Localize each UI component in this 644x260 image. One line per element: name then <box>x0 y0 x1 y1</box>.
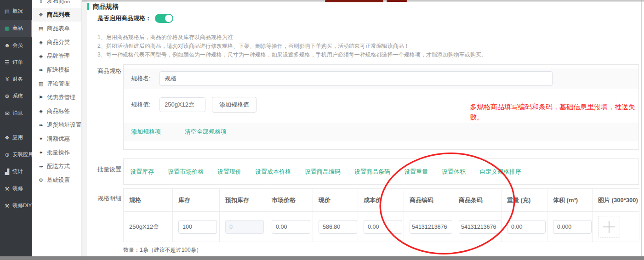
submenu-item-label: 商品标签 <box>47 107 70 115</box>
enable-spec-toggle[interactable] <box>155 14 173 23</box>
submenu-item-label: 商品表单 <box>47 25 70 33</box>
window-bottom-edge <box>0 256 644 260</box>
product-code-input[interactable] <box>410 220 452 234</box>
submenu-item-goods-list[interactable]: ❖ 商品列表 <box>32 8 81 22</box>
sidebar-item-install-apps[interactable]: ⊕ 安装应用 <box>0 146 32 163</box>
submenu-item-icon: ◈ <box>37 53 45 59</box>
submenu-item-label: 基础设置 <box>47 176 70 184</box>
sidebar-item-system[interactable]: ⚙ 系统 <box>0 88 32 105</box>
spec-name-row: 规格名: <box>124 68 638 89</box>
product-barcode-input[interactable] <box>459 220 502 234</box>
price-input[interactable] <box>319 220 357 234</box>
column-header: 体积 (m³) <box>547 189 593 212</box>
sidebar-item-label: 会员 <box>12 42 23 49</box>
plus-icon <box>603 221 615 233</box>
spec-name-input[interactable] <box>160 71 553 86</box>
volume-input[interactable] <box>553 220 592 234</box>
submenu-item-comment-manage[interactable]: ▥ 评论管理 <box>32 77 81 90</box>
submenu-item-publish-goods[interactable]: ⇧ 发布商品 <box>32 0 81 8</box>
batch-setting-link[interactable]: 设置成本价格 <box>255 168 291 176</box>
sidebar-item-label: 消息 <box>12 110 23 117</box>
enable-spec-row: 是否启用商品规格： <box>97 14 173 23</box>
sidebar-item-messages[interactable]: ✉ 消息 <box>0 105 32 122</box>
submenu-item-label: 满额优惠 <box>47 135 70 143</box>
submenu-item-label: 评论管理 <box>47 80 70 88</box>
spec-cell-value: 250gX12盒 <box>129 223 159 230</box>
batch-section-label: 批量设置 <box>97 165 121 174</box>
sidebar-item-statistics[interactable]: ▟ 统计 <box>0 163 32 180</box>
submenu-item-icon: ⇧ <box>37 0 45 4</box>
submenu-item-goods-form[interactable]: ▤ 商品表单 <box>32 22 81 35</box>
sidebar-item-finance[interactable]: ¥ 财务 <box>0 71 32 88</box>
sidebar-item-decorate[interactable]: ⚒ 装修 <box>0 180 32 197</box>
spec-value-label: 规格值: <box>131 101 160 109</box>
sidebar-item-icon: ▦ <box>4 25 11 32</box>
submenu-item-basic-settings[interactable]: ⚙ 基础设置 <box>32 173 81 187</box>
batch-setting-link[interactable]: 设置体积 <box>442 168 466 176</box>
scrollbar-track[interactable] <box>641 0 642 256</box>
sidebar-item-label: 概况 <box>12 8 23 15</box>
sidebar-item-overview[interactable]: ▤ 概况 <box>0 3 32 20</box>
spec-detail-table: 规格库存预扣库存市场价格现价成本价商品编码商品条码重量 (克)体积 (m³)图片… <box>123 188 639 242</box>
submenu-item-brand-manage[interactable]: ◈ 品牌管理 <box>32 49 81 63</box>
submenu-item-full-discount[interactable]: ✦ 满额优惠 <box>32 132 81 146</box>
spec-tips: 1、启用商品规格后，商品的价格及库存以商品规格为准2、拼团活动创建后的商品，请勿… <box>97 33 487 59</box>
sidebar-item-decorate-diy[interactable]: ⚒ 装修DIY <box>0 197 32 214</box>
batch-setting-link[interactable]: 设置市场价格 <box>168 168 204 176</box>
submenu-item-icon: ❖ <box>37 12 45 18</box>
clear-all-spec-link[interactable]: 清空全部规格项 <box>185 128 227 136</box>
sidebar-item-icon: ⊕ <box>4 152 11 158</box>
submenu-item-goods-category[interactable]: ♣ 商品分类 <box>32 35 81 49</box>
weight-input[interactable] <box>507 220 546 234</box>
sidebar-item-label: 装修DIY <box>12 202 32 209</box>
sidebar-item-label: 商品 <box>12 25 23 32</box>
submenu-item-icon: ➠ <box>37 67 45 73</box>
sidebar-item-icon: ✉ <box>4 110 11 117</box>
submenu-item-icon: ⚑ <box>37 95 45 101</box>
batch-setting-link[interactable]: 设置库存 <box>130 168 154 176</box>
submenu-item-batch-operation[interactable]: ✦ 批量操作 <box>32 146 81 159</box>
submenu-item-return-address[interactable]: ➠ 退货地址设置 <box>32 118 81 132</box>
stock-input[interactable] <box>178 220 217 234</box>
sidebar-item-goods[interactable]: ▦ 商品 <box>0 20 32 37</box>
spec-value-input[interactable] <box>160 97 205 112</box>
sidebar-item-icon: ▟ <box>4 169 11 175</box>
sidebar-item-orders[interactable]: ☰ 订单 <box>0 54 32 71</box>
sidebar-item-icon: ☰ <box>4 59 11 66</box>
add-spec-item-link[interactable]: 添加规格项 <box>131 128 161 136</box>
submenu-item-goods-tag[interactable]: ♣ 商品标签 <box>32 104 81 118</box>
add-spec-value-button[interactable]: 添加规格值 <box>212 97 256 113</box>
sidebar-item-label: 应用 <box>12 134 23 141</box>
sidebar-item-apps[interactable]: ❖ 应用 <box>0 129 32 146</box>
submenu-item-icon: ⚙ <box>37 177 45 183</box>
batch-setting-link[interactable]: 自定义规格排序 <box>479 168 521 176</box>
table-header-row: 规格库存预扣库存市场价格现价成本价商品编码商品条码重量 (克)体积 (m³)图片… <box>124 189 639 212</box>
detail-section-label: 规格明细 <box>97 194 121 203</box>
spec-name-label: 规格名: <box>131 74 160 83</box>
image-upload-button[interactable] <box>598 216 620 238</box>
cost-price-input[interactable] <box>364 220 402 234</box>
submenu-item-label: 优惠券管理 <box>47 94 76 102</box>
spec-section-label: 商品规格 <box>97 67 121 75</box>
batch-setting-link[interactable]: 设置现价 <box>217 168 241 176</box>
submenu-item-label: 配送模板 <box>47 66 70 74</box>
submenu-item-delivery-method[interactable]: ➠ 配送方式 <box>32 159 81 173</box>
batch-setting-link[interactable]: 设置商品编码 <box>305 168 341 176</box>
submenu-item-label: 商品列表 <box>47 11 70 19</box>
main-sidebar: ▤ 概况 ▦ 商品 ☻ 会员 ☰ 订单 ¥ 财务 <box>0 0 32 256</box>
submenu-item-label: 品牌管理 <box>47 52 70 60</box>
withhold-stock-input <box>225 220 264 234</box>
sidebar-item-members[interactable]: ☻ 会员 <box>0 37 32 54</box>
goods-submenu: ⇧ 发布商品 ❖ 商品列表 ▤ 商品表单 ♣ 商品分类 <box>32 0 82 256</box>
submenu-item-icon: ➠ <box>37 122 45 128</box>
submenu-item-coupon-manage[interactable]: ⚑ 优惠券管理 <box>32 90 81 104</box>
market-price-input[interactable] <box>272 220 310 234</box>
sidebar-item-label: 系统 <box>12 93 23 100</box>
batch-setting-link[interactable]: 设置商品条码 <box>354 168 390 176</box>
sidebar-item-icon: ⚒ <box>4 203 11 209</box>
submenu-item-delivery-template[interactable]: ➠ 配送模板 <box>32 63 81 77</box>
column-header: 市场价格 <box>266 189 313 212</box>
admin-goods-spec-page: ▤ 概况 ▦ 商品 ☻ 会员 ☰ 订单 ¥ 财务 <box>0 0 644 260</box>
submenu-item-label: 发布商品 <box>47 0 70 5</box>
batch-setting-link[interactable]: 设置重量 <box>404 168 428 176</box>
